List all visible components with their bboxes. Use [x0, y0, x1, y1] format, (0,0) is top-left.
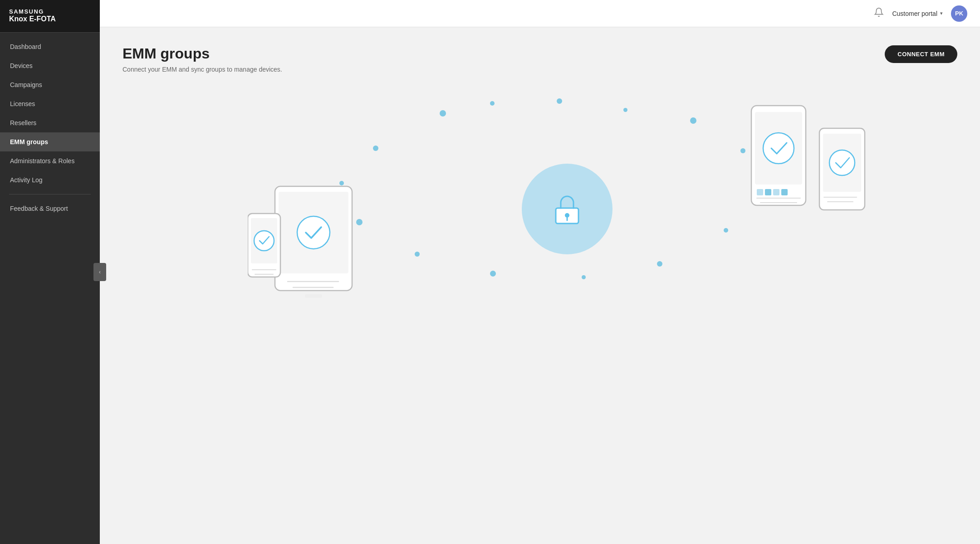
svg-point-5	[297, 216, 330, 249]
dot-10	[582, 275, 586, 279]
dot-4	[623, 108, 627, 112]
main-content: Customer portal ▾ PK EMM groups Connect …	[100, 0, 980, 544]
sidebar: SAMSUNG Knox E-FOTA Dashboard Devices Ca…	[0, 0, 100, 544]
customer-portal-menu[interactable]: Customer portal ▾	[892, 10, 943, 17]
sidebar-item-devices[interactable]: Devices	[0, 56, 100, 75]
svg-point-11	[254, 231, 274, 251]
dot-11	[490, 271, 496, 277]
notification-bell-icon[interactable]	[874, 7, 884, 19]
sidebar-item-activity-log[interactable]: Activity Log	[0, 170, 100, 189]
dot-2	[490, 101, 495, 106]
svg-point-16	[763, 133, 794, 164]
sidebar-item-licenses[interactable]: Licenses	[0, 94, 100, 113]
svg-rect-17	[757, 189, 763, 195]
right-devices-svg	[747, 101, 874, 246]
right-device-group	[747, 101, 874, 248]
sidebar-nav: Dashboard Devices Campaigns Licenses Res…	[0, 33, 100, 544]
brand-logo: SAMSUNG Knox E-FOTA	[0, 0, 100, 33]
portal-dropdown-arrow: ▾	[940, 10, 943, 16]
portal-label: Customer portal	[892, 10, 937, 17]
lock-circle	[522, 164, 612, 254]
connect-emm-button[interactable]: CONNECT EMM	[885, 45, 957, 63]
left-device-group	[248, 168, 375, 306]
lock-icon	[549, 191, 585, 227]
page-title-group: EMM groups Connect your EMM and sync gro…	[122, 45, 282, 73]
sidebar-divider	[9, 194, 91, 194]
sidebar-item-campaigns[interactable]: Campaigns	[0, 75, 100, 94]
dot-3	[557, 98, 562, 104]
left-devices-svg	[248, 168, 375, 304]
top-header: Customer portal ▾ PK	[100, 0, 980, 27]
svg-rect-8	[305, 294, 322, 298]
brand-knox: Knox E-FOTA	[9, 15, 91, 23]
page-header: EMM groups Connect your EMM and sync gro…	[122, 45, 957, 73]
svg-rect-19	[773, 189, 779, 195]
dot-1	[440, 110, 446, 117]
brand-samsung: SAMSUNG	[9, 8, 91, 15]
page-content: EMM groups Connect your EMM and sync gro…	[100, 27, 980, 544]
dot-12	[415, 252, 420, 257]
svg-point-25	[829, 150, 855, 175]
dot-15	[373, 146, 378, 151]
illustration-area	[122, 82, 957, 318]
dot-5	[690, 117, 696, 124]
page-title: EMM groups	[122, 45, 282, 62]
sidebar-toggle-button[interactable]: ‹	[93, 263, 106, 281]
page-subtitle: Connect your EMM and sync groups to mana…	[122, 66, 282, 73]
svg-rect-20	[781, 189, 788, 195]
sidebar-item-admin-roles[interactable]: Administrators & Roles	[0, 151, 100, 170]
dot-8	[724, 228, 728, 233]
user-avatar[interactable]: PK	[951, 5, 967, 22]
dot-6	[740, 148, 745, 153]
sidebar-item-resellers[interactable]: Resellers	[0, 113, 100, 132]
sidebar-item-dashboard[interactable]: Dashboard	[0, 37, 100, 56]
sidebar-item-emm-groups[interactable]: EMM groups	[0, 132, 100, 151]
sidebar-item-feedback[interactable]: Feedback & Support	[0, 199, 100, 218]
dot-9	[657, 261, 662, 267]
svg-rect-18	[765, 189, 771, 195]
